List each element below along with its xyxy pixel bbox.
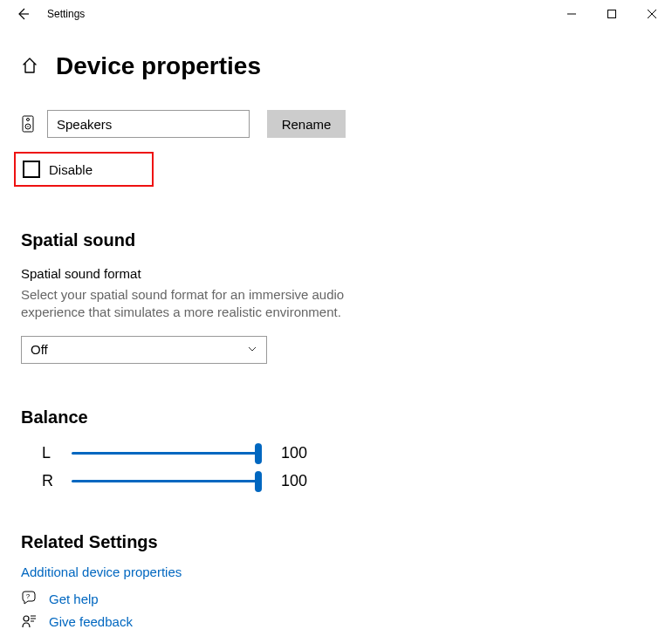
- window-controls: [552, 0, 672, 28]
- spatial-sound-heading: Spatial sound: [21, 230, 651, 250]
- balance-heading: Balance: [21, 407, 651, 428]
- home-icon[interactable]: [21, 57, 40, 76]
- help-icon: ?: [21, 591, 37, 606]
- balance-left-label: L: [42, 444, 54, 462]
- slider-thumb[interactable]: [255, 471, 262, 492]
- spatial-sound-label: Spatial sound format: [21, 266, 651, 281]
- give-feedback-link[interactable]: Give feedback: [49, 614, 133, 629]
- speaker-icon: [21, 114, 35, 133]
- spatial-sound-value: Off: [31, 342, 48, 357]
- feedback-icon: [21, 613, 37, 629]
- svg-rect-1: [608, 10, 616, 18]
- disable-label: Disable: [49, 162, 93, 177]
- svg-point-9: [24, 616, 29, 621]
- back-button[interactable]: [16, 7, 30, 21]
- get-help-link[interactable]: Get help: [49, 592, 99, 606]
- rename-button[interactable]: Rename: [267, 110, 346, 138]
- slider-thumb[interactable]: [255, 443, 262, 464]
- balance-left-value: 100: [281, 444, 307, 462]
- svg-point-7: [27, 126, 29, 127]
- titlebar: Settings: [0, 0, 672, 28]
- svg-text:?: ?: [26, 592, 31, 600]
- close-button[interactable]: [632, 0, 672, 28]
- balance-left-slider[interactable]: [72, 443, 258, 464]
- disable-checkbox[interactable]: [23, 161, 40, 178]
- chevron-down-icon: [247, 342, 257, 357]
- balance-right-value: 100: [281, 472, 307, 490]
- minimize-button[interactable]: [552, 0, 592, 28]
- balance-right-slider[interactable]: [72, 471, 258, 492]
- balance-right-label: R: [42, 472, 54, 490]
- maximize-button[interactable]: [592, 0, 632, 28]
- svg-point-5: [27, 119, 30, 121]
- spatial-sound-description: Select your spatial sound format for an …: [21, 286, 405, 322]
- additional-properties-link[interactable]: Additional device properties: [21, 564, 182, 579]
- page-title: Device properties: [56, 52, 261, 80]
- related-settings-heading: Related Settings: [21, 532, 651, 552]
- spatial-sound-dropdown[interactable]: Off: [21, 336, 267, 364]
- window-title: Settings: [47, 8, 85, 20]
- disable-checkbox-container[interactable]: Disable: [14, 152, 154, 187]
- device-name-input[interactable]: [47, 110, 250, 138]
